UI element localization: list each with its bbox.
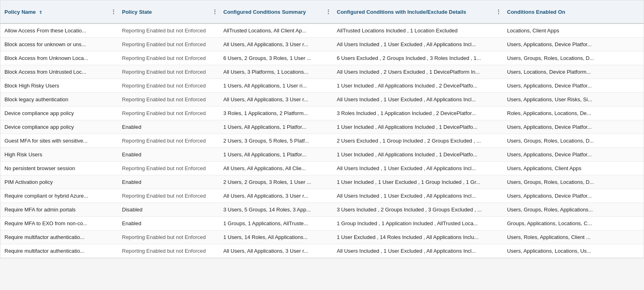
cell-conditions-enabled: Users, Locations, Device Platform...: [503, 65, 641, 79]
table-row[interactable]: Device compliance app policy Enabled 1 U…: [0, 120, 644, 134]
cell-actions: [641, 148, 644, 162]
col-header-policy-name-label: Policy Name: [4, 9, 36, 15]
col-header-conditions-summary[interactable]: Configured Conditions Summary ⋮: [219, 0, 333, 23]
col-resize-policy-name[interactable]: ⋮: [109, 9, 118, 15]
cell-policy-state: Reporting Enabled but not Enforced: [118, 51, 219, 65]
cell-conditions-summary: 2 Users, 2 Groups, 3 Roles, 1 User ...: [219, 175, 333, 189]
cell-actions: [641, 244, 644, 258]
sort-asc-icon: ⇧: [39, 10, 42, 15]
cell-conditions-details: 1 User Included , All Applications Inclu…: [333, 148, 503, 162]
cell-conditions-enabled: Roles, Applications, Locations, De...: [503, 107, 641, 120]
cell-policy-name: No persistent browser session: [0, 162, 118, 175]
cell-policy-state: Disabled: [118, 203, 219, 217]
col-header-conditions-enabled[interactable]: Conditions Enabled On: [503, 0, 641, 23]
table-row[interactable]: Block access for unknown or uns... Repor…: [0, 38, 644, 51]
cell-conditions-summary: 1 Users, 14 Roles, All Applications...: [219, 230, 333, 244]
policy-table: Policy Name ⇧ ⋮ Policy State ⋮ Configure…: [0, 0, 644, 258]
cell-policy-name: Allow Access From these Locatio...: [0, 23, 118, 38]
cell-conditions-enabled: Users, Applications, Client Apps: [503, 162, 641, 175]
table-header-row: Policy Name ⇧ ⋮ Policy State ⋮ Configure…: [0, 0, 644, 23]
cell-conditions-details: 1 User Excluded , 14 Roles Included , Al…: [333, 230, 503, 244]
table-row[interactable]: Device compliance app policy Reporting E…: [0, 107, 644, 120]
cell-conditions-enabled: Users, Applications, Device Platfor...: [503, 189, 641, 203]
cell-conditions-details: 1 User Included , All Applications Inclu…: [333, 79, 503, 93]
col-resize-conditions-details[interactable]: ⋮: [494, 9, 503, 15]
cell-conditions-summary: AllTrusted Locations, All Client Ap...: [219, 23, 333, 38]
cell-actions: [641, 189, 644, 203]
table-row[interactable]: PIM Activation policy Enabled 2 Users, 2…: [0, 175, 644, 189]
cell-conditions-enabled: Users, Groups, Roles, Applications...: [503, 203, 641, 217]
col-resize-policy-state[interactable]: ⋮: [210, 9, 219, 15]
cell-policy-state: Reporting Enabled but not Enforced: [118, 79, 219, 93]
cell-policy-name: Require compliant or hybrid Azure...: [0, 189, 118, 203]
cell-policy-state: Reporting Enabled but not Enforced: [118, 244, 219, 258]
cell-conditions-summary: 1 Groups, 1 Applications, AllTruste...: [219, 217, 333, 230]
col-header-policy-name[interactable]: Policy Name ⇧ ⋮: [0, 0, 118, 23]
cell-policy-state: Reporting Enabled but not Enforced: [118, 189, 219, 203]
cell-conditions-enabled: Locations, Client Apps: [503, 23, 641, 38]
table-row[interactable]: Block Access from Untrusted Loc... Repor…: [0, 65, 644, 79]
cell-conditions-summary: 1 Users, All Applications, 1 User ri...: [219, 79, 333, 93]
cell-conditions-details: All Users Included , 1 User Excluded , A…: [333, 244, 503, 258]
cell-conditions-details: All Users Included , 1 User Excluded , A…: [333, 93, 503, 107]
table-row[interactable]: High Risk Users Enabled 1 Users, All App…: [0, 148, 644, 162]
cell-actions: [641, 134, 644, 148]
cell-conditions-enabled: Users, Applications, User Risks, Si...: [503, 93, 641, 107]
cell-policy-state: Reporting Enabled but not Enforced: [118, 38, 219, 51]
cell-conditions-summary: 6 Users, 2 Groups, 3 Roles, 1 User ...: [219, 51, 333, 65]
table-row[interactable]: Block legacy authentication Reporting En…: [0, 93, 644, 107]
table-row[interactable]: Require MFA to EXO from non-co... Enable…: [0, 217, 644, 230]
table-row[interactable]: Block High Risky Users Reporting Enabled…: [0, 79, 644, 93]
cell-conditions-details: AllTrusted Locations Included , 1 Locati…: [333, 23, 503, 38]
cell-conditions-details: 1 User Included , All Applications Inclu…: [333, 120, 503, 134]
table-row[interactable]: Allow Access From these Locatio... Repor…: [0, 23, 644, 38]
cell-conditions-details: 3 Roles Included , 1 Application Include…: [333, 107, 503, 120]
cell-conditions-enabled: Users, Groups, Roles, Locations, D...: [503, 175, 641, 189]
col-header-conditions-enabled-label: Conditions Enabled On: [507, 9, 565, 15]
cell-policy-state: Enabled: [118, 148, 219, 162]
cell-conditions-details: All Users Included , 1 User Excluded , A…: [333, 38, 503, 51]
cell-policy-state: Reporting Enabled but not Enforced: [118, 107, 219, 120]
col-header-actions: [641, 0, 644, 23]
cell-actions: [641, 65, 644, 79]
cell-conditions-summary: All Users, All Applications, 3 User r...: [219, 244, 333, 258]
cell-conditions-enabled: Users, Groups, Roles, Locations, D...: [503, 134, 641, 148]
cell-policy-name: Require multifactor authenticatio...: [0, 230, 118, 244]
cell-conditions-summary: 1 Users, All Applications, 1 Platfor...: [219, 120, 333, 134]
cell-policy-state: Enabled: [118, 120, 219, 134]
table-row[interactable]: Require MFA for admin portals Disabled 3…: [0, 203, 644, 217]
cell-conditions-summary: 3 Users, 5 Groups, 14 Roles, 3 App...: [219, 203, 333, 217]
cell-policy-name: Require MFA for admin portals: [0, 203, 118, 217]
cell-conditions-summary: All Users, All Applications, All Clie...: [219, 162, 333, 175]
cell-conditions-enabled: Users, Groups, Roles, Locations, D...: [503, 51, 641, 65]
col-resize-conditions-summary[interactable]: ⋮: [324, 9, 333, 15]
table-row[interactable]: No persistent browser session Reporting …: [0, 162, 644, 175]
table-row[interactable]: Require multifactor authenticatio... Rep…: [0, 244, 644, 258]
cell-policy-name: Block High Risky Users: [0, 79, 118, 93]
cell-conditions-summary: 2 Users, 3 Groups, 5 Roles, 5 Platf...: [219, 134, 333, 148]
cell-conditions-details: 3 Users Included , 2 Groups Included , 3…: [333, 203, 503, 217]
table-row[interactable]: Require compliant or hybrid Azure... Rep…: [0, 189, 644, 203]
cell-conditions-summary: 1 Users, All Applications, 1 Platfor...: [219, 148, 333, 162]
cell-policy-state: Reporting Enabled but not Enforced: [118, 134, 219, 148]
col-header-conditions-details[interactable]: Configured Conditions with Include/Exclu…: [333, 0, 503, 23]
cell-conditions-details: All Users Included , 2 Users Excluded , …: [333, 65, 503, 79]
cell-policy-name: Block access for unknown or uns...: [0, 38, 118, 51]
table-row[interactable]: Block Access from Unknown Loca... Report…: [0, 51, 644, 65]
cell-policy-name: PIM Activation policy: [0, 175, 118, 189]
cell-policy-name: Block legacy authentication: [0, 93, 118, 107]
cell-actions: [641, 203, 644, 217]
cell-actions: [641, 175, 644, 189]
col-header-policy-state[interactable]: Policy State ⋮: [118, 0, 219, 23]
cell-conditions-enabled: Users, Applications, Device Platfor...: [503, 38, 641, 51]
cell-actions: [641, 38, 644, 51]
cell-policy-state: Reporting Enabled but not Enforced: [118, 162, 219, 175]
table-row[interactable]: Guest MFA for sites with sensitive... Re…: [0, 134, 644, 148]
cell-conditions-details: 1 User Included , 1 User Excluded , 1 Gr…: [333, 175, 503, 189]
cell-policy-state: Enabled: [118, 217, 219, 230]
cell-conditions-details: 6 Users Excluded , 2 Groups Included , 3…: [333, 51, 503, 65]
cell-policy-name: High Risk Users: [0, 148, 118, 162]
cell-policy-state: Reporting Enabled but not Enforced: [118, 23, 219, 38]
table-row[interactable]: Require multifactor authenticatio... Rep…: [0, 230, 644, 244]
cell-conditions-details: All Users Included , 1 User Excluded , A…: [333, 162, 503, 175]
